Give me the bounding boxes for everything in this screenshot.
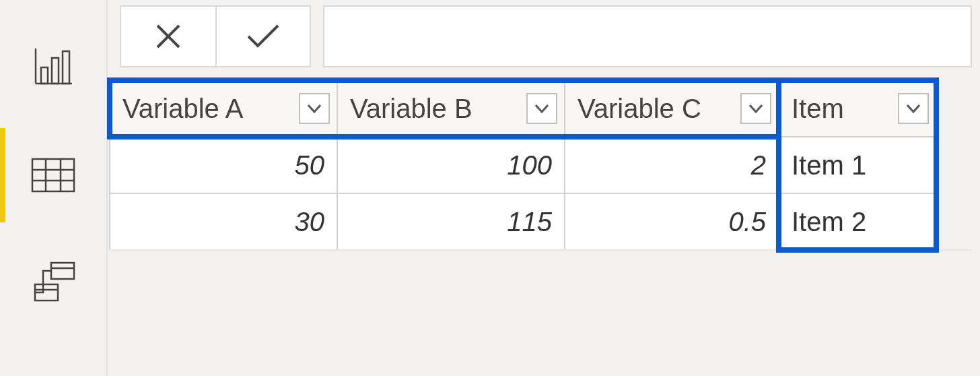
nav-report-view[interactable]: [0, 13, 106, 121]
cell[interactable]: Item 1: [779, 137, 936, 193]
formula-bar: [108, 0, 980, 80]
nav-model-view[interactable]: [0, 229, 106, 337]
cell[interactable]: 100: [337, 137, 565, 193]
svg-rect-2: [41, 67, 48, 84]
col-header-variable-c[interactable]: Variable C: [565, 80, 779, 137]
cancel-button[interactable]: [121, 7, 215, 66]
filter-button[interactable]: [299, 93, 330, 124]
check-icon: [246, 23, 281, 50]
cell[interactable]: Item 2: [779, 193, 936, 250]
chevron-down-icon: [748, 104, 763, 113]
svg-rect-5: [32, 159, 74, 191]
filter-button[interactable]: [740, 93, 771, 124]
cell[interactable]: 30: [110, 193, 337, 250]
cell[interactable]: 2: [565, 137, 779, 193]
chevron-down-icon: [906, 104, 921, 113]
data-grid: Variable A Variable B Vari: [109, 80, 937, 251]
col-header-variable-a[interactable]: Variable A: [110, 80, 337, 137]
col-header-variable-b[interactable]: Variable B: [337, 80, 565, 137]
cell[interactable]: 115: [337, 193, 565, 250]
grid-empty-area: [109, 249, 972, 357]
filter-button[interactable]: [898, 93, 929, 124]
table-icon: [31, 158, 75, 193]
svg-rect-3: [52, 58, 59, 84]
view-nav-rail: [0, 0, 108, 376]
col-header-label: Variable C: [578, 94, 701, 123]
close-icon: [153, 22, 183, 51]
header-row: Variable A Variable B Vari: [110, 80, 936, 137]
col-header-label: Variable B: [350, 94, 473, 123]
work-area: Variable A Variable B Vari: [108, 0, 980, 376]
chevron-down-icon: [534, 104, 549, 113]
data-grid-wrap: Variable A Variable B Vari: [108, 80, 980, 357]
app-root: Variable A Variable B Vari: [0, 0, 980, 376]
filter-button[interactable]: [526, 93, 557, 124]
col-header-label: Variable A: [123, 94, 243, 123]
table-row[interactable]: 30 115 0.5 Item 2: [110, 193, 936, 250]
col-header-item[interactable]: Item: [779, 80, 936, 137]
svg-rect-4: [63, 51, 69, 84]
formula-input[interactable]: [323, 5, 972, 67]
bar-chart-icon: [33, 49, 73, 86]
svg-rect-10: [51, 263, 74, 279]
commit-button[interactable]: [215, 7, 310, 66]
model-icon: [30, 261, 77, 305]
table-row[interactable]: 50 100 2 Item 1: [110, 137, 936, 193]
chevron-down-icon: [307, 104, 322, 113]
formula-bar-buttons: [120, 5, 311, 67]
cell[interactable]: 50: [110, 137, 337, 193]
cell[interactable]: 0.5: [565, 193, 779, 250]
col-header-label: Item: [792, 94, 844, 123]
nav-data-view[interactable]: [0, 121, 106, 229]
